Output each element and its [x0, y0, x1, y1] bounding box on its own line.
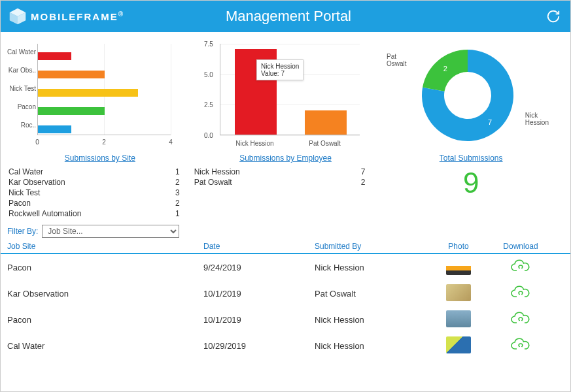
app-header: MOBILEFRAME® Management Portal [1, 1, 570, 32]
x-tick: 4 [169, 139, 173, 146]
filter-row: Filter By: Job Site... [1, 223, 570, 240]
refresh-button[interactable] [544, 7, 562, 25]
by-employee-summary: Submissions by Employee Nick Hession7Pat… [193, 154, 379, 219]
donut-label: NickHession [525, 112, 549, 126]
cell-photo[interactable] [426, 284, 491, 303]
photo-thumbnail[interactable] [446, 284, 471, 301]
cloud-download-icon[interactable] [511, 312, 530, 326]
cell-photo[interactable] [426, 310, 491, 329]
col-download[interactable]: Download [491, 242, 550, 251]
cloud-download-icon[interactable] [511, 338, 530, 352]
cell-jobsite: Cal Water [7, 341, 203, 351]
category-label: Cal Water [5, 48, 36, 56]
filter-select[interactable]: Job Site... [42, 225, 179, 238]
total-summary: Total Submissions 9 [378, 154, 564, 219]
summary-line: Cal Water1 [7, 167, 193, 177]
y-tick: 7.5 [204, 41, 213, 48]
cloud-download-icon[interactable] [511, 286, 530, 300]
summary-line: Nick Test3 [7, 188, 193, 198]
cell-photo[interactable] [426, 336, 491, 355]
donut-chart: 72 [383, 40, 553, 151]
summary-line: Rockwell Automation1 [7, 208, 193, 219]
total-number: 9 [378, 167, 564, 199]
table-row[interactable]: Pacon9/24/2019Nick Hession [1, 254, 570, 280]
by-site-link[interactable]: Submissions by Site [7, 154, 193, 163]
category-label: Nick Hession [229, 140, 281, 147]
category-label: Roc.. [5, 122, 36, 129]
slice-value: 7 [488, 118, 492, 126]
chart-tooltip: Nick HessionValue: 7 [256, 59, 303, 80]
page-title: Management Portal [33, 8, 544, 25]
category-label: Nick Test [5, 85, 36, 93]
cell-date: 10/1/2019 [203, 315, 315, 325]
table-header: Job Site Date Submitted By Photo Downloa… [1, 240, 570, 254]
cell-submitted: Nick Hession [315, 315, 426, 325]
summary-line: Pat Oswalt2 [193, 177, 379, 188]
summary-line: Kar Observation2 [7, 177, 193, 188]
table-row[interactable]: Pacon10/1/2019Nick Hession [1, 306, 570, 333]
cell-jobsite: Pacon [7, 315, 203, 325]
filter-label: Filter By: [7, 227, 38, 236]
cell-submitted: Pat Oswalt [315, 289, 426, 299]
category-label: Pat Oswalt [299, 140, 351, 147]
bar[interactable] [38, 89, 138, 97]
cell-submitted: Nick Hession [315, 263, 426, 272]
bar[interactable] [38, 71, 105, 78]
by-employee-link[interactable]: Submissions by Employee [193, 154, 379, 163]
cell-date: 9/24/2019 [203, 263, 315, 272]
refresh-icon [546, 9, 561, 24]
summary-line: Nick Hession7 [193, 167, 379, 177]
table-row[interactable]: Kar Observation10/1/2019Pat Oswalt [1, 280, 570, 306]
table-row[interactable]: Cal Water10/29/2019Nick Hession [1, 333, 570, 359]
bar[interactable] [305, 110, 347, 135]
y-tick: 2.5 [204, 101, 213, 108]
bar[interactable] [38, 107, 105, 115]
cell-submitted: Nick Hession [315, 341, 426, 351]
donut-label: PatOswalt [387, 53, 407, 67]
bar[interactable] [38, 52, 71, 60]
category-label: Kar Obs.. [5, 67, 36, 74]
x-tick: 0 [35, 139, 39, 146]
table-body[interactable]: Pacon9/24/2019Nick HessionKar Observatio… [1, 254, 570, 363]
category-label: Pacon [5, 103, 36, 111]
total-link[interactable]: Total Submissions [378, 154, 564, 163]
cell-jobsite: Kar Observation [7, 289, 203, 299]
summary-row: Submissions by Site Cal Water1Kar Observ… [1, 154, 570, 223]
photo-thumbnail[interactable] [446, 336, 471, 353]
cloud-download-icon[interactable] [511, 259, 530, 274]
cell-download[interactable] [491, 259, 550, 276]
cube-icon [9, 7, 27, 25]
charts-row: 024Cal WaterKar Obs..Nick TestPaconRoc..… [1, 32, 570, 154]
chart-total-submissions: 72PatOswaltNickHession [383, 40, 566, 151]
y-tick: 5.0 [204, 71, 213, 78]
col-photo[interactable]: Photo [426, 242, 491, 251]
by-site-summary: Submissions by Site Cal Water1Kar Observ… [7, 154, 193, 219]
cell-photo[interactable] [426, 258, 491, 277]
cell-date: 10/29/2019 [203, 341, 315, 351]
cell-download[interactable] [491, 312, 550, 328]
col-date[interactable]: Date [203, 242, 315, 251]
x-tick: 2 [102, 139, 106, 146]
chart-submissions-by-employee: 0.02.55.07.5Nick HessionPat OswaltNick H… [194, 40, 377, 151]
cell-download[interactable] [491, 286, 550, 302]
slice-value: 2 [443, 65, 447, 73]
photo-thumbnail[interactable] [446, 310, 471, 327]
col-jobsite[interactable]: Job Site [7, 242, 203, 251]
summary-line: Pacon2 [7, 198, 193, 208]
cell-jobsite: Pacon [7, 263, 203, 272]
cell-download[interactable] [491, 338, 550, 354]
bar[interactable] [38, 125, 71, 133]
chart-submissions-by-site: 024Cal WaterKar Obs..Nick TestPaconRoc.. [5, 40, 188, 151]
col-submitted[interactable]: Submitted By [315, 242, 426, 251]
photo-thumbnail[interactable] [446, 258, 471, 275]
cell-date: 10/1/2019 [203, 289, 315, 299]
y-tick: 0.0 [204, 132, 213, 139]
